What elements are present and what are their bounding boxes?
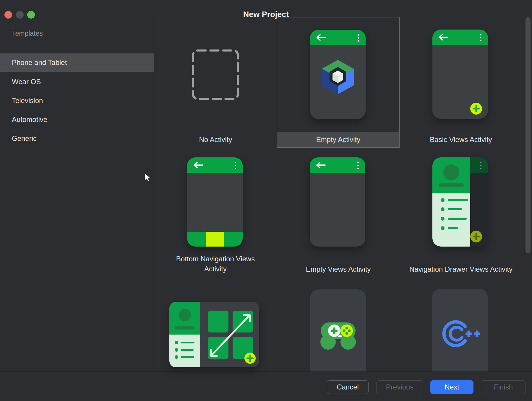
phone-appbar bbox=[432, 30, 488, 45]
footer-divider bbox=[0, 371, 532, 372]
vertical-scrollbar-thumb[interactable] bbox=[525, 17, 531, 253]
kebab-menu-icon bbox=[235, 162, 236, 169]
template-label: Bottom Navigation Views Activity bbox=[171, 254, 260, 274]
back-arrow-icon bbox=[316, 162, 326, 169]
plus-fab-icon bbox=[244, 353, 256, 364]
basic-views-preview bbox=[432, 30, 488, 119]
template-card-native-cpp[interactable] bbox=[400, 278, 522, 371]
back-arrow-icon bbox=[316, 34, 327, 41]
template-card-basic-views-activity[interactable]: Basic Views Activity bbox=[400, 17, 522, 148]
phone-appbar bbox=[310, 30, 366, 45]
cursor-pointer-icon bbox=[144, 173, 152, 183]
sidebar-item-phone-and-tablet[interactable]: Phone and Tablet bbox=[0, 53, 154, 72]
previous-button[interactable]: Previous bbox=[376, 380, 423, 394]
template-label: No Activity bbox=[154, 135, 277, 145]
kebab-menu-icon bbox=[480, 34, 481, 41]
empty-activity-preview bbox=[310, 30, 366, 119]
sidebar-divider bbox=[154, 17, 154, 371]
nav-drawer-panel-icon bbox=[432, 157, 470, 247]
sidebar-item-wear-os[interactable]: Wear OS bbox=[0, 73, 154, 91]
phone-appbar bbox=[187, 157, 243, 173]
selected-template-strip: Empty Activity bbox=[277, 132, 399, 147]
sidebar-item-generic[interactable]: Generic bbox=[0, 129, 154, 148]
cancel-button[interactable]: Cancel bbox=[327, 380, 369, 394]
back-arrow-icon bbox=[193, 162, 204, 169]
template-label: Empty Views Activity bbox=[277, 264, 400, 274]
empty-views-preview bbox=[310, 157, 365, 247]
avatar-icon bbox=[443, 164, 459, 180]
template-card-no-activity[interactable]: No Activity bbox=[154, 17, 277, 148]
no-activity-placeholder-icon bbox=[191, 49, 240, 101]
plus-fab-icon bbox=[470, 231, 482, 242]
jetpack-compose-logo-icon bbox=[319, 58, 356, 95]
kebab-menu-icon bbox=[357, 162, 359, 169]
native-cpp-preview bbox=[432, 289, 488, 371]
template-card-empty-views-activity[interactable]: Empty Views Activity bbox=[277, 148, 400, 278]
template-card-navigation-drawer-views-activity[interactable]: Navigation Drawer Views Activity bbox=[400, 148, 522, 278]
template-card-game-activity[interactable] bbox=[277, 278, 400, 371]
back-arrow-icon bbox=[438, 34, 449, 41]
navigation-drawer-preview bbox=[432, 157, 488, 247]
adaptive-preview bbox=[169, 302, 259, 367]
game-activity-preview bbox=[310, 289, 366, 371]
templates-heading: Templates bbox=[12, 30, 43, 38]
template-label: Empty Activity bbox=[277, 132, 399, 147]
game-controller-icon bbox=[310, 316, 366, 354]
sidebar-item-television[interactable]: Television bbox=[0, 92, 154, 110]
template-label: Navigation Drawer Views Activity bbox=[400, 264, 522, 274]
new-project-window: New Project Templates Phone and Tablet W… bbox=[0, 0, 532, 401]
next-button[interactable]: Next bbox=[430, 380, 473, 394]
cpp-logo-icon bbox=[438, 316, 482, 351]
bottom-nav-bar-icon bbox=[187, 232, 243, 247]
phone-appbar bbox=[310, 157, 365, 173]
template-label: Basic Views Activity bbox=[400, 135, 522, 145]
sidebar-item-automotive[interactable]: Automotive bbox=[0, 110, 154, 129]
template-card-bottom-navigation-views-activity[interactable]: Bottom Navigation Views Activity bbox=[154, 148, 277, 278]
template-card-empty-activity[interactable]: Empty Activity bbox=[277, 17, 400, 148]
finish-button[interactable]: Finish bbox=[481, 380, 526, 394]
bottom-navigation-preview bbox=[187, 157, 243, 247]
template-card-adaptive-views[interactable] bbox=[154, 278, 277, 371]
kebab-menu-icon bbox=[358, 34, 359, 42]
plus-fab-icon bbox=[470, 103, 482, 115]
kebab-menu-icon bbox=[480, 162, 481, 169]
